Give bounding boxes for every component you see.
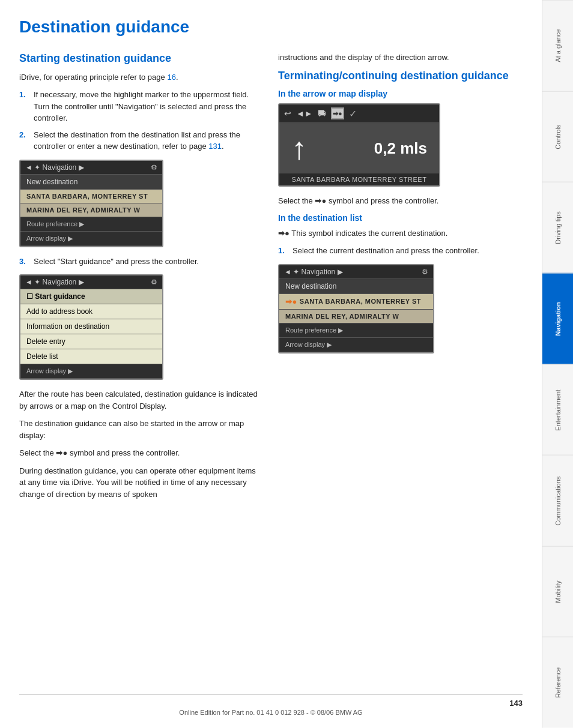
step-2-num: 2. [19, 129, 30, 152]
nav-screen-1-title: ◄ ✦ Navigation ▶ [25, 163, 84, 172]
direction-arrow: ↑ [291, 133, 307, 164]
intro-text: iDrive, for operating principle refer to… [19, 73, 167, 82]
distance-display: 0,2 mls [374, 139, 427, 158]
after-calc-text: After the route has been calculated, des… [19, 388, 264, 412]
left-section-heading: Starting destination guidance [19, 52, 264, 65]
nav-item-delete-entry: Delete entry [20, 334, 162, 349]
step-3-text: Select "Start guidance" and press the co… [34, 256, 199, 268]
two-column-layout: Starting destination guidance iDrive, fo… [19, 52, 523, 685]
nav-screen-2-title: ◄ ✦ Navigation ▶ [25, 278, 84, 286]
sub-heading-1: In the arrow or map display [278, 89, 523, 98]
arrow-screen-header: ↩ ◄► ⛟ ➡● ✓ [279, 104, 439, 123]
nav-item-info-dest: Information on destination [20, 319, 162, 334]
nav-screen-3-title: ◄ ✦ Navigation ▶ [284, 268, 343, 276]
page-number: 143 [19, 699, 523, 708]
icon-arrow-dest: ➡● [331, 107, 344, 119]
page-footer: 143 Online Edition for Part no. 01 41 0 … [19, 694, 523, 716]
sidebar-tab-entertainment[interactable]: Entertainment [542, 364, 573, 456]
step-2-link[interactable]: 131 [208, 142, 222, 151]
sidebar-tab-controls[interactable]: Controls [542, 91, 573, 182]
dest-list-steps: 1. Select the current destination and pr… [278, 245, 523, 257]
sidebar-tab-communications[interactable]: Communications [542, 455, 573, 546]
arrow-symbol-left: ➡● [56, 448, 67, 457]
nav-screen-2-settings-icon: ⚙ [151, 278, 157, 286]
step-3-num: 3. [19, 256, 30, 268]
step3-list: 3. Select "Start guidance" and press the… [19, 256, 264, 268]
nav-item-marina-1: MARINA DEL REY, ADMIRALTY W [20, 203, 162, 217]
nav-screen-2-header: ◄ ✦ Navigation ▶ ⚙ [20, 275, 162, 289]
nav-screen-3-settings-icon: ⚙ [422, 268, 428, 276]
step-3: 3. Select "Start guidance" and press the… [19, 256, 264, 268]
nav-item-santa-barbara-3: ➡● SANTA BARBARA, MONTERREY ST [279, 294, 433, 310]
nav-item-new-dest-1: New destination [20, 175, 162, 190]
step-2: 2. Select the destination from the desti… [19, 129, 264, 152]
dest-step-1-num: 1. [278, 245, 289, 257]
nav-item-santa-barbara-3-text: SANTA BARBARA, MONTERREY ST [300, 298, 421, 305]
intro-suffix: . [176, 73, 178, 82]
nav-screen-1: ◄ ✦ Navigation ▶ ⚙ New destination SANTA… [19, 160, 163, 247]
icon-nav: ⛟ [318, 109, 326, 118]
current-dest-icon: ➡● [285, 297, 297, 306]
sub-heading-2: In the destination list [278, 213, 523, 223]
right-section-heading: Terminating/continuing destination guida… [278, 69, 523, 83]
right-column: instructions and the display of the dire… [278, 52, 523, 685]
step-1-text: If necessary, move the highlight marker … [34, 89, 264, 124]
arrow-display-screen: ↩ ◄► ⛟ ➡● ✓ ↑ 0,2 mls SANTA BARBARA MONT… [278, 103, 440, 187]
nav-screen-3-header: ◄ ✦ Navigation ▶ ⚙ [279, 265, 433, 279]
select-symbol-right: Select the ➡● symbol and press the contr… [278, 195, 523, 207]
icon-audio: ◄► [296, 109, 313, 118]
dest-list-arrow-symbol: ➡● [278, 229, 290, 238]
intro-link[interactable]: 16 [167, 73, 175, 82]
arrow-screen-body: ↑ 0,2 mls [279, 123, 439, 173]
cont-text: instructions and the display of the dire… [278, 52, 523, 64]
sidebar: At a glance Controls Driving tips Naviga… [542, 0, 573, 728]
step-1-num: 1. [19, 89, 30, 124]
nav-item-marina-3: MARINA DEL REY, ADMIRALTY W [279, 310, 433, 323]
nav-item-arrow-display-1: Arrow display ▶ [20, 232, 162, 246]
nav-item-santa-barbara-1: SANTA BARBARA, MONTERREY ST [20, 190, 162, 203]
select-symbol-text: Select the ➡● symbol and press the contr… [19, 447, 264, 459]
arrow-symbol-right: ➡● [315, 196, 326, 205]
dest-step-1: 1. Select the current destination and pr… [278, 245, 523, 257]
icon-back: ↩ [284, 109, 291, 118]
page-title: Destination guidance [19, 17, 523, 37]
also-started-text: The destination guidance can also be sta… [19, 418, 264, 441]
nav-item-route-pref-3: Route preference ▶ [279, 323, 433, 338]
nav-screen-1-settings-icon: ⚙ [151, 163, 157, 172]
nav-item-start-guidance: ☐ Start guidance [20, 289, 162, 304]
footer-text: Online Edition for Part no. 01 41 0 012 … [179, 709, 362, 716]
intro-paragraph: iDrive, for operating principle refer to… [19, 71, 264, 83]
sidebar-tab-navigation[interactable]: Navigation [542, 273, 573, 364]
during-guidance-text: During destination guidance, you can ope… [19, 465, 264, 501]
nav-item-arrow-display-2: Arrow display ▶ [20, 364, 162, 379]
step-1: 1. If necessary, move the highlight mark… [19, 89, 264, 124]
nav-item-arrow-display-3: Arrow display ▶ [279, 338, 433, 352]
street-name-display: SANTA BARBARA MONTERREY STREET [279, 173, 439, 185]
nav-item-new-dest-3: New destination [279, 279, 433, 294]
dest-symbol-desc: ➡● This symbol indicates the current des… [278, 227, 523, 239]
dest-step-1-text: Select the current destination and press… [293, 245, 479, 257]
nav-screen-2: ◄ ✦ Navigation ▶ ⚙ ☐ Start guidance Add … [19, 274, 163, 380]
main-content: Destination guidance Starting destinatio… [0, 0, 542, 728]
sidebar-tab-reference[interactable]: Reference [542, 637, 573, 728]
nav-item-route-pref-1: Route preference ▶ [20, 217, 162, 232]
sidebar-tab-mobility[interactable]: Mobility [542, 546, 573, 637]
sidebar-tab-at-a-glance[interactable]: At a glance [542, 0, 573, 91]
steps-list: 1. If necessary, move the highlight mark… [19, 89, 264, 152]
nav-screen-3: ◄ ✦ Navigation ▶ ⚙ New destination ➡● SA… [278, 264, 434, 353]
icon-check: ✓ [349, 108, 357, 119]
arrow-screen-icons: ↩ ◄► ⛟ ➡● ✓ [284, 107, 357, 119]
nav-screen-1-header: ◄ ✦ Navigation ▶ ⚙ [20, 161, 162, 175]
nav-item-delete-list: Delete list [20, 349, 162, 364]
step-2-text: Select the destination from the destinat… [34, 129, 264, 152]
nav-item-add-address: Add to address book [20, 304, 162, 319]
sidebar-tab-driving-tips[interactable]: Driving tips [542, 182, 573, 273]
left-column: Starting destination guidance iDrive, fo… [19, 52, 264, 685]
